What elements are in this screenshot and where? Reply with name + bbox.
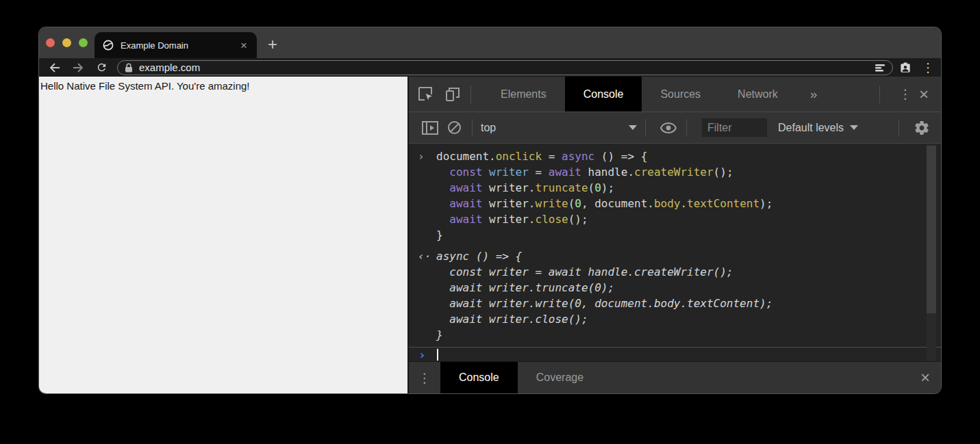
profile-icon[interactable] bbox=[899, 61, 912, 75]
browser-menu-icon[interactable]: ⋮ bbox=[922, 62, 934, 74]
chevron-down-icon bbox=[629, 125, 637, 130]
web-page: Hello Native File System API. You're ama… bbox=[39, 77, 407, 393]
page-body-text: Hello Native File System API. You're ama… bbox=[40, 80, 250, 92]
divider bbox=[879, 86, 880, 103]
divider bbox=[472, 119, 473, 137]
url-text[interactable]: example.com bbox=[139, 62, 875, 73]
divider bbox=[899, 119, 899, 137]
divider bbox=[645, 119, 646, 137]
minimize-window-button[interactable] bbox=[62, 38, 71, 47]
live-expression-eye-icon[interactable] bbox=[659, 118, 678, 138]
devtools-tabs: Elements Console Sources Network bbox=[482, 77, 796, 112]
divider bbox=[686, 119, 687, 137]
drawer-menu-icon[interactable]: ⋮ bbox=[409, 371, 440, 384]
inspect-element-icon[interactable] bbox=[416, 85, 436, 104]
settings-gear-icon[interactable] bbox=[912, 118, 931, 138]
log-levels-label: Default levels bbox=[778, 122, 844, 134]
console-scrollbar[interactable] bbox=[927, 144, 936, 361]
devtools-close-icon[interactable]: × bbox=[919, 86, 929, 103]
more-tabs-icon[interactable]: » bbox=[796, 87, 831, 102]
console-input-row[interactable]: › bbox=[409, 347, 941, 361]
forward-icon[interactable] bbox=[69, 60, 87, 76]
new-tab-button[interactable]: + bbox=[268, 36, 277, 53]
text-cursor bbox=[437, 349, 438, 361]
close-window-button[interactable] bbox=[46, 38, 55, 47]
drawer-tab-coverage[interactable]: Coverage bbox=[518, 362, 602, 393]
window-content: Hello Native File System API. You're ama… bbox=[39, 77, 941, 393]
console-entry-echo: ›document.onclick = async () => { const … bbox=[409, 147, 941, 244]
tab-network[interactable]: Network bbox=[719, 77, 796, 112]
toolbar-right: ⋮ bbox=[899, 61, 934, 75]
drawer-tab-console[interactable]: Console bbox=[440, 362, 518, 393]
globe-favicon-icon bbox=[103, 40, 114, 51]
console-toolbar: top Default levels bbox=[409, 112, 941, 144]
tab-title: Example Domain bbox=[121, 40, 239, 51]
tab-strip: Example Domain × + bbox=[39, 27, 941, 58]
back-icon[interactable] bbox=[46, 60, 64, 76]
browser-window: Example Domain × + example.com bbox=[39, 27, 941, 393]
divider bbox=[470, 86, 471, 103]
clear-console-icon[interactable] bbox=[444, 118, 464, 138]
tab-elements[interactable]: Elements bbox=[482, 77, 565, 112]
tab-sources[interactable]: Sources bbox=[642, 77, 719, 112]
traffic-lights bbox=[46, 38, 88, 47]
lock-icon bbox=[125, 63, 133, 73]
screen: { "browser": { "tab_title": "Example Dom… bbox=[0, 0, 980, 444]
javascript-context-select[interactable]: top bbox=[481, 122, 637, 134]
context-label: top bbox=[481, 122, 496, 134]
browser-tab[interactable]: Example Domain × bbox=[95, 32, 257, 58]
devtools-menu-icon[interactable]: ⋮ bbox=[896, 85, 915, 104]
filter-input[interactable] bbox=[702, 118, 767, 137]
reading-list-icon[interactable] bbox=[875, 63, 885, 73]
scrollbar-thumb[interactable] bbox=[927, 146, 936, 313]
address-bar[interactable]: example.com bbox=[117, 60, 893, 75]
chevron-down-icon bbox=[850, 125, 858, 130]
console-prompt-icon: › bbox=[409, 348, 426, 361]
devtools-tabbar: Elements Console Sources Network » ⋮ × bbox=[409, 77, 941, 112]
console-code: async () => { const writer = await handl… bbox=[436, 248, 772, 343]
zoom-window-button[interactable] bbox=[79, 38, 88, 47]
tab-console[interactable]: Console bbox=[565, 77, 642, 112]
console-sidebar-icon[interactable] bbox=[420, 118, 440, 138]
drawer-close-icon[interactable]: × bbox=[920, 369, 930, 386]
browser-toolbar: example.com ⋮ bbox=[39, 58, 941, 77]
input-echo-marker-icon: › bbox=[409, 148, 436, 243]
devtools-panel: Elements Console Sources Network » ⋮ × bbox=[407, 77, 941, 393]
reload-icon[interactable] bbox=[92, 60, 110, 76]
console-code: document.onclick = async () => { const w… bbox=[436, 148, 772, 243]
console-messages[interactable]: ›document.onclick = async () => { const … bbox=[409, 144, 941, 347]
tab-close-icon[interactable]: × bbox=[239, 40, 249, 51]
log-levels-select[interactable]: Default levels bbox=[778, 122, 858, 134]
console-entry-result: ‹·async () => { const writer = await han… bbox=[409, 247, 941, 344]
returned-value-marker-icon: ‹· bbox=[409, 248, 436, 343]
device-toolbar-icon[interactable] bbox=[443, 85, 462, 104]
devtools-drawer: ⋮ Console Coverage × bbox=[409, 361, 941, 393]
